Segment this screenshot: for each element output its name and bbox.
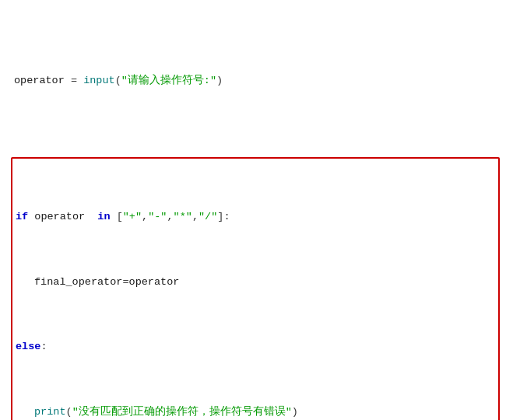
code-line-else: else: [12,339,498,355]
code-line-operator-input: operator = input("请输入操作符号:") [8,70,506,91]
code-line-if-operator-in: if operator in ["+","-","*","/"]: [12,209,498,226]
func-input-call: input [83,73,115,89]
code-line-final-operator-assign: final_operator=operator [12,275,498,291]
str-prompt-operator: "请输入操作符号:" [121,73,216,89]
var-operator: operator [14,73,65,89]
code-block: operator = input("请输入操作符号:") if operator… [0,0,506,420]
code-line-print-error: print("没有匹配到正确的操作符，操作符号有错误") [12,404,498,420]
box-operator-check: if operator in ["+","-","*","/"]: final_… [11,157,500,420]
